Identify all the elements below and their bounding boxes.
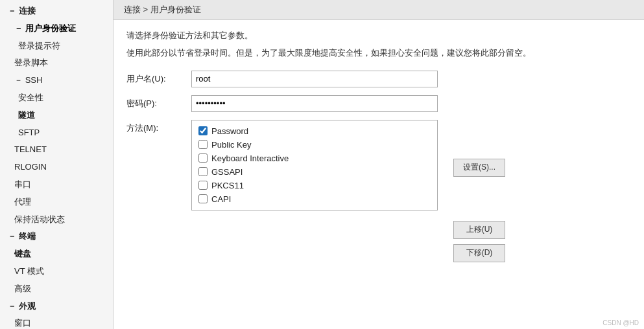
move-up-button[interactable]: 上移(U): [453, 221, 505, 239]
sidebar-item-登录提示符[interactable]: 登录提示符: [0, 38, 113, 55]
sidebar-item-终端[interactable]: － 终端: [0, 228, 113, 245]
sidebar-item-外观[interactable]: － 外观: [0, 298, 113, 315]
method-checkbox-gssapi[interactable]: [198, 167, 208, 176]
method-list-box: Password Public Key Keyboard Interactive: [191, 120, 438, 210]
sidebar-item-隧道[interactable]: 隧道: [0, 107, 113, 124]
method-checkbox-pkcs11[interactable]: [198, 181, 208, 190]
description-line2: 使用此部分以节省登录时间。但是，为了最大限度地提高安全性，如果担心安全问题，建议…: [126, 47, 631, 60]
method-label-pkcs11[interactable]: PKCS11: [211, 181, 244, 190]
sidebar-item-保持活动状态[interactable]: 保持活动状态: [0, 211, 113, 229]
sidebar-item-VT模式[interactable]: VT 模式: [0, 263, 113, 280]
sidebar-item-SFTP[interactable]: SFTP: [0, 124, 113, 142]
move-down-button[interactable]: 下移(D): [453, 244, 505, 262]
method-action-buttons: 设置(S)... 上移(U) 下移(D): [453, 159, 505, 262]
sidebar-item-窗口[interactable]: 窗口: [0, 315, 113, 329]
sidebar-item-登录脚本[interactable]: 登录脚本: [0, 54, 113, 72]
password-label: 密码(P):: [126, 98, 191, 109]
expand-icon-SSH: －: [14, 75, 23, 85]
content-area: 连接 > 用户身份验证 请选择身份验证方法和其它参数。 使用此部分以节省登录时间…: [113, 0, 644, 329]
sidebar-item-用户身份验证[interactable]: － 用户身份验证: [0, 20, 113, 38]
method-checkbox-capi[interactable]: [198, 194, 208, 203]
sidebar-item-键盘[interactable]: 键盘: [0, 245, 113, 263]
method-checkbox-publickey[interactable]: [198, 140, 208, 149]
sidebar-item-SSH[interactable]: － SSH: [0, 72, 113, 89]
password-input[interactable]: [191, 95, 438, 112]
expand-icon-终端: －: [8, 231, 16, 241]
sidebar-item-RLOGIN[interactable]: RLOGIN: [0, 159, 113, 176]
method-label-password[interactable]: Password: [211, 126, 248, 136]
sidebar-item-安全性[interactable]: 安全性: [0, 89, 113, 107]
expand-icon-用户身份验证: －: [14, 23, 23, 33]
sidebar-item-代理[interactable]: 代理: [0, 194, 113, 211]
sidebar-item-连接[interactable]: － 连接: [0, 3, 113, 20]
method-checkbox-keyboard[interactable]: [198, 153, 208, 163]
method-item-capi[interactable]: CAPI: [197, 192, 432, 206]
sidebar-item-TELNET[interactable]: TELNET: [0, 141, 113, 159]
sidebar-item-高级[interactable]: 高级: [0, 280, 113, 298]
username-input[interactable]: [191, 71, 438, 87]
method-label-capi[interactable]: CAPI: [211, 194, 231, 204]
settings-button[interactable]: 设置(S)...: [453, 159, 505, 177]
sidebar: － 连接 － 用户身份验证 登录提示符 登录脚本 － SSH 安全性 隧道: [0, 0, 113, 329]
method-label-gssapi[interactable]: GSSAPI: [211, 167, 243, 177]
method-item-keyboard[interactable]: Keyboard Interactive: [197, 152, 432, 165]
method-item-password[interactable]: Password: [197, 124, 432, 138]
breadcrumb: 连接 > 用户身份验证: [113, 0, 644, 20]
description-line1: 请选择身份验证方法和其它参数。: [126, 29, 631, 43]
method-item-publickey[interactable]: Public Key: [197, 138, 432, 152]
method-label: 方法(M):: [126, 120, 191, 134]
watermark: CSDN @HD: [602, 319, 639, 326]
method-label-publickey[interactable]: Public Key: [211, 140, 251, 150]
expand-icon-连接: －: [8, 6, 16, 16]
method-item-pkcs11[interactable]: PKCS11: [197, 179, 432, 192]
sidebar-item-串口[interactable]: 串口: [0, 176, 113, 194]
method-checkbox-password[interactable]: [198, 126, 208, 135]
username-label: 用户名(U):: [126, 73, 191, 85]
expand-icon-外观: －: [8, 301, 16, 311]
method-label-keyboard[interactable]: Keyboard Interactive: [211, 153, 289, 163]
method-item-gssapi[interactable]: GSSAPI: [197, 165, 432, 179]
